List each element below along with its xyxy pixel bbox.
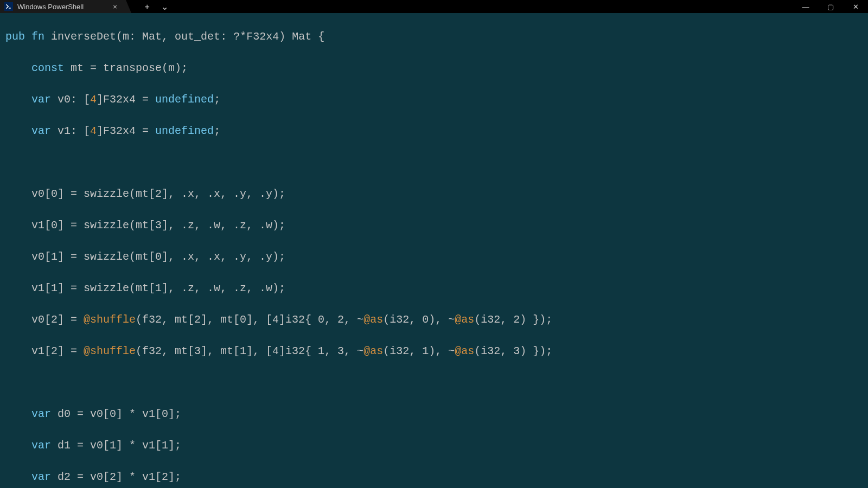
code-text: mt = transpose(m); — [64, 62, 188, 74]
titlebar: Windows PowerShell × + ⌄ — ▢ ✕ — [0, 0, 868, 13]
code-text: (m: Mat, out_det: ?*F32x4) Mat { — [116, 30, 324, 43]
code-line: v0[0] = swizzle(mt[2], .x, .x, .y, .y); — [5, 186, 868, 202]
tab-title: Windows PowerShell — [17, 0, 84, 15]
keyword: fn — [31, 30, 44, 43]
titlebar-actions: + ⌄ — [131, 0, 173, 15]
code-line: v1[0] = swizzle(mt[3], .z, .w, .z, .w); — [5, 217, 868, 233]
minimize-button[interactable]: — — [793, 0, 818, 15]
maximize-button[interactable]: ▢ — [818, 0, 843, 15]
tab-dropdown-button[interactable]: ⌄ — [156, 0, 173, 15]
window-controls: — ▢ ✕ — [793, 0, 868, 15]
keyword: const — [31, 62, 64, 74]
function-name: inverseDet — [51, 30, 116, 43]
powershell-icon — [4, 2, 13, 11]
keyword: var — [31, 93, 51, 106]
keyword: var — [31, 125, 51, 137]
tab-shape — [126, 0, 131, 13]
new-tab-button[interactable]: + — [139, 0, 155, 15]
close-tab-button[interactable]: × — [110, 0, 120, 15]
keyword: pub — [5, 30, 25, 43]
close-window-button[interactable]: ✕ — [843, 0, 868, 15]
terminal-viewport[interactable]: pub fn inverseDet(m: Mat, out_det: ?*F32… — [0, 13, 868, 488]
terminal-tab[interactable]: Windows PowerShell × — [0, 0, 126, 13]
code-line: v1[1] = swizzle(mt[1], .z, .w, .z, .w); — [5, 280, 868, 296]
code-line: v0[1] = swizzle(mt[0], .x, .x, .y, .y); — [5, 249, 868, 265]
